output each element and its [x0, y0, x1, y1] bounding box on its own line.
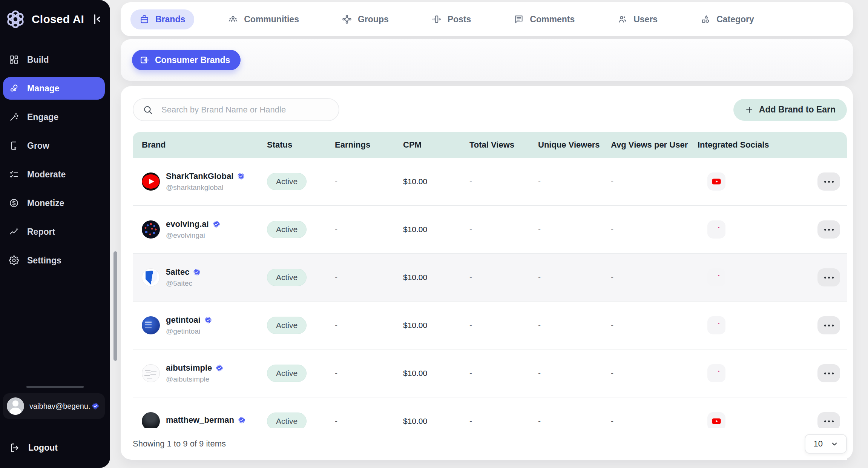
avg-views-per-user-value: - [602, 321, 689, 330]
row-actions-button[interactable] [817, 268, 840, 286]
column-header-status: Status [258, 140, 326, 150]
avg-views-per-user-value: - [602, 417, 689, 426]
unique-viewers-value: - [529, 417, 602, 426]
tab-label: Category [716, 14, 754, 25]
avg-views-per-user-value: - [602, 369, 689, 378]
collapse-sidebar-icon[interactable] [90, 13, 103, 26]
sidebar-scrollbar-thumb[interactable] [113, 251, 117, 361]
verified-badge-icon [91, 402, 100, 410]
page-size-select[interactable]: 10 [805, 434, 847, 454]
instagram-icon [707, 316, 725, 334]
total-views-value: - [460, 321, 529, 330]
avatar [7, 397, 24, 415]
table-toolbar: Add Brand to Earn [133, 98, 847, 121]
verified-badge-icon [204, 316, 212, 324]
sidebar-item-monetize[interactable]: Monetize [3, 192, 105, 214]
earnings-value: - [326, 225, 394, 234]
cpm-value: $10.00 [394, 177, 460, 186]
search-icon [143, 105, 153, 115]
avg-views-per-user-value: - [602, 177, 689, 186]
table-row: 5aitec @5aitec Active - $10.00 - - - [133, 254, 847, 302]
brands-card: Add Brand to Earn Brand Status Earnings … [121, 86, 853, 460]
table-body: SharkTankGlobal @sharktankglobal Active … [133, 158, 847, 428]
tab-brands[interactable]: Brands [130, 9, 194, 29]
brand-avatar [142, 220, 160, 239]
add-brand-button[interactable]: Add Brand to Earn [733, 99, 847, 121]
cpm-value: $10.00 [394, 417, 460, 426]
sidebar-item-label: Build [27, 55, 49, 65]
sidebar-item-moderate[interactable]: Moderate [3, 163, 105, 186]
sidebar: Closed AI Build Manage [0, 0, 110, 468]
brand-name: matthew_berman [166, 415, 234, 425]
row-actions-button[interactable] [817, 316, 840, 334]
brand-handle: @getintoai [166, 327, 212, 336]
dollar-circle-icon [9, 198, 19, 208]
user-card[interactable]: vaibhav@begenu... [3, 393, 105, 419]
sidebar-drag-handle [26, 386, 84, 388]
sidebar-item-build[interactable]: Build [3, 48, 105, 71]
brand-avatar [142, 268, 160, 286]
avg-views-per-user-value: - [602, 273, 689, 282]
table-row: getintoai @getintoai Active - $10.00 - -… [133, 302, 847, 349]
brand-name: 5aitec [166, 267, 189, 277]
sidebar-item-manage[interactable]: Manage [3, 77, 105, 100]
consumer-brands-button[interactable]: Consumer Brands [132, 50, 241, 70]
tab-category[interactable]: Category [692, 9, 763, 29]
page-size-value: 10 [814, 439, 823, 449]
youtube-icon [707, 412, 725, 428]
status-badge: Active [267, 365, 307, 382]
tab-communities[interactable]: Communities [219, 9, 308, 29]
youtube-icon [707, 172, 725, 191]
column-header-avg-views-per-user: Avg Views per User [602, 140, 689, 150]
column-header-brand: Brand [133, 140, 258, 150]
earnings-value: - [326, 417, 394, 426]
sidebar-item-label: Moderate [27, 169, 66, 180]
sidebar-item-label: Manage [27, 83, 60, 94]
sidebar-item-report[interactable]: Report [3, 220, 105, 243]
add-brand-label: Add Brand to Earn [759, 105, 836, 115]
row-actions-button[interactable] [817, 220, 840, 239]
earnings-value: - [326, 321, 394, 330]
column-header-integrated-socials: Integrated Socials [689, 140, 799, 150]
row-actions-button[interactable] [817, 412, 840, 428]
cpm-value: $10.00 [394, 273, 460, 282]
row-actions-button[interactable] [817, 364, 840, 382]
brand-avatar [142, 316, 160, 334]
table-row: evolving.ai @evolvingai Active - $10.00 … [133, 206, 847, 254]
tab-groups[interactable]: Groups [333, 9, 398, 29]
checklist-icon [9, 169, 19, 179]
column-header-cpm: CPM [394, 140, 460, 150]
brand-handle: @5aitec [166, 279, 201, 288]
magic-wand-icon [9, 112, 19, 122]
brand-handle: @evolvingai [166, 231, 221, 240]
tab-label: Posts [448, 14, 471, 25]
status-badge: Active [267, 269, 307, 286]
app-title: Closed AI [32, 13, 90, 26]
total-views-value: - [460, 177, 529, 186]
brand-name: getintoai [166, 315, 201, 325]
search-box[interactable] [133, 98, 339, 121]
brand-avatar [142, 172, 160, 191]
filter-panel: Consumer Brands [121, 39, 853, 81]
verified-badge-icon [212, 220, 221, 228]
sidebar-item-settings[interactable]: Settings [3, 249, 105, 272]
search-input[interactable] [161, 105, 331, 115]
cpm-value: $10.00 [394, 321, 460, 330]
earnings-value: - [326, 369, 394, 378]
tab-label: Comments [530, 14, 575, 25]
sidebar-item-grow[interactable]: Grow [3, 134, 105, 157]
openai-flower-icon [5, 9, 26, 29]
brand-avatar [142, 364, 160, 382]
logout-icon [10, 443, 20, 453]
row-actions-button[interactable] [817, 172, 840, 191]
tab-users[interactable]: Users [609, 9, 667, 29]
tab-posts[interactable]: Posts [423, 9, 480, 29]
sidebar-item-label: Settings [27, 256, 61, 266]
total-views-value: - [460, 225, 529, 234]
phone-audio-icon [432, 14, 442, 24]
tab-comments[interactable]: Comments [505, 9, 584, 29]
table-row: SharkTankGlobal @sharktankglobal Active … [133, 158, 847, 206]
verified-badge-icon [238, 416, 246, 424]
sidebar-item-engage[interactable]: Engage [3, 106, 105, 128]
logout-button[interactable]: Logout [0, 426, 110, 468]
